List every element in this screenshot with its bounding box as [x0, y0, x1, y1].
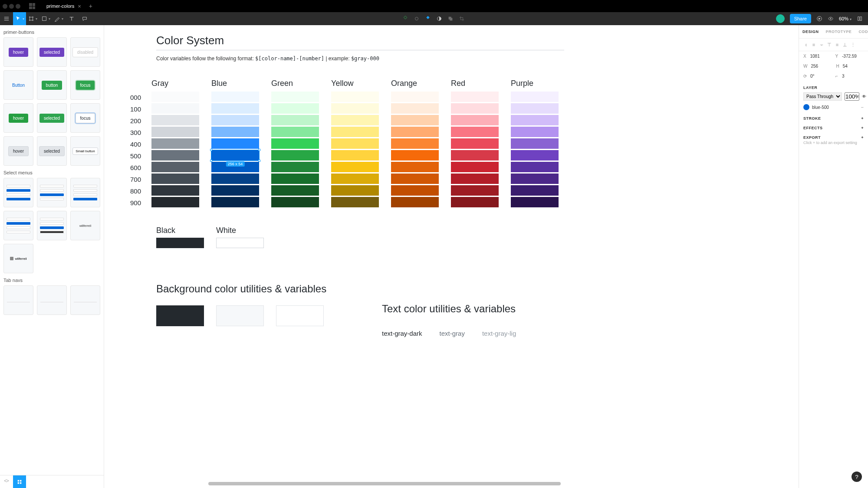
- present-icon[interactable]: [816, 16, 822, 22]
- white-swatch[interactable]: [216, 238, 264, 248]
- thumb[interactable]: Button: [3, 70, 33, 100]
- color-swatch[interactable]: [151, 150, 199, 160]
- color-swatch[interactable]: [511, 92, 559, 102]
- color-swatch[interactable]: [211, 174, 259, 184]
- color-swatch[interactable]: [151, 103, 199, 114]
- close-tab-icon[interactable]: ×: [78, 3, 81, 10]
- color-swatch[interactable]: [451, 103, 499, 114]
- color-swatch[interactable]: [211, 115, 259, 125]
- mask-icon[interactable]: [436, 16, 442, 22]
- thumb[interactable]: disabled: [70, 37, 100, 67]
- thumb[interactable]: [70, 285, 100, 315]
- color-swatch[interactable]: [331, 138, 379, 149]
- boolean-icon[interactable]: [447, 16, 454, 22]
- thumb[interactable]: hover: [3, 136, 33, 166]
- color-swatch[interactable]: [211, 138, 259, 149]
- color-swatch[interactable]: [511, 162, 559, 172]
- x-input[interactable]: [810, 54, 832, 59]
- thumb[interactable]: selected: [37, 136, 67, 166]
- opacity-input[interactable]: [845, 92, 859, 101]
- black-swatch[interactable]: [156, 238, 204, 248]
- file-tab[interactable]: primer-colors ×: [43, 0, 85, 12]
- color-swatch[interactable]: [391, 162, 439, 172]
- color-swatch[interactable]: [331, 197, 379, 207]
- rotation-input[interactable]: [810, 74, 832, 79]
- color-swatch[interactable]: [271, 197, 319, 207]
- inspector-tab-design[interactable]: DESIGN: [799, 25, 822, 38]
- assets-tab-icon[interactable]: [13, 475, 26, 488]
- color-swatch[interactable]: [271, 162, 319, 172]
- color-swatch[interactable]: [451, 92, 499, 102]
- color-swatch[interactable]: [391, 115, 439, 125]
- color-swatch[interactable]: [331, 162, 379, 172]
- crop-icon[interactable]: [459, 16, 465, 22]
- color-swatch[interactable]: [271, 150, 319, 160]
- comment-tool[interactable]: [78, 12, 91, 25]
- color-swatch[interactable]: [271, 185, 319, 196]
- blend-mode-select[interactable]: Pass Through: [803, 92, 842, 101]
- menu-button[interactable]: [0, 12, 13, 25]
- thumb[interactable]: willferrell: [70, 211, 100, 240]
- component-icon[interactable]: [402, 16, 408, 22]
- color-swatch[interactable]: [151, 197, 199, 207]
- thumb[interactable]: hover: [3, 37, 33, 67]
- color-swatch[interactable]: [151, 115, 199, 125]
- remove-fill-icon[interactable]: −: [861, 105, 864, 110]
- thumb[interactable]: selected: [37, 37, 67, 67]
- color-swatch[interactable]: [451, 150, 499, 160]
- radius-input[interactable]: [842, 74, 864, 79]
- color-swatch[interactable]: [331, 150, 379, 160]
- color-swatch[interactable]: [451, 127, 499, 137]
- new-tab-button[interactable]: +: [89, 3, 92, 10]
- thumb[interactable]: [37, 211, 67, 240]
- move-tool[interactable]: [13, 12, 26, 25]
- align-vcenter-icon[interactable]: ≡: [835, 42, 840, 47]
- align-top-icon[interactable]: ⊤: [827, 42, 832, 47]
- color-swatch[interactable]: [331, 103, 379, 114]
- thumb[interactable]: focus: [70, 70, 100, 100]
- color-swatch[interactable]: [271, 115, 319, 125]
- thumb[interactable]: hover: [3, 103, 33, 133]
- color-swatch[interactable]: [211, 185, 259, 196]
- color-swatch[interactable]: [511, 138, 559, 149]
- thumb[interactable]: [3, 178, 33, 207]
- reset-icon[interactable]: [414, 16, 420, 22]
- thumb[interactable]: selected: [37, 103, 67, 133]
- color-swatch[interactable]: [451, 174, 499, 184]
- color-swatch[interactable]: [211, 103, 259, 114]
- align-left-icon[interactable]: ⫞: [803, 42, 809, 47]
- color-swatch[interactable]: [211, 197, 259, 207]
- help-button[interactable]: ?: [852, 472, 862, 482]
- shape-tool[interactable]: [39, 12, 52, 25]
- align-bottom-icon[interactable]: ⊥: [842, 42, 848, 47]
- color-swatch[interactable]: [511, 197, 559, 207]
- color-swatch[interactable]: [451, 115, 499, 125]
- color-swatch[interactable]: [391, 197, 439, 207]
- thumb[interactable]: [3, 211, 33, 240]
- color-swatch[interactable]: [151, 92, 199, 102]
- text-tool[interactable]: [65, 12, 78, 25]
- color-swatch[interactable]: [511, 127, 559, 137]
- eye-icon[interactable]: [828, 16, 834, 22]
- inspector-tab-code[interactable]: CODE: [855, 25, 868, 38]
- distribute-icon[interactable]: ⋮: [850, 42, 855, 47]
- color-swatch[interactable]: [451, 138, 499, 149]
- color-swatch[interactable]: [271, 92, 319, 102]
- color-swatch[interactable]: [511, 115, 559, 125]
- bg-swatch[interactable]: [216, 305, 264, 326]
- color-swatch[interactable]: [271, 127, 319, 137]
- color-swatch[interactable]: [391, 103, 439, 114]
- color-swatch[interactable]: [271, 103, 319, 114]
- bg-swatch[interactable]: [156, 305, 204, 326]
- visibility-icon[interactable]: 👁: [862, 94, 866, 99]
- align-hcenter-icon[interactable]: ≡: [811, 42, 816, 47]
- horizontal-scrollbar[interactable]: [208, 482, 712, 485]
- w-input[interactable]: [811, 64, 832, 69]
- inspector-tab-prototype[interactable]: PROTOTYPE: [822, 25, 855, 38]
- color-swatch[interactable]: [151, 127, 199, 137]
- color-swatch[interactable]: [331, 185, 379, 196]
- thumb[interactable]: Small button: [70, 136, 100, 166]
- color-swatch[interactable]: [151, 162, 199, 172]
- color-swatch[interactable]: [151, 174, 199, 184]
- color-swatch[interactable]: [511, 174, 559, 184]
